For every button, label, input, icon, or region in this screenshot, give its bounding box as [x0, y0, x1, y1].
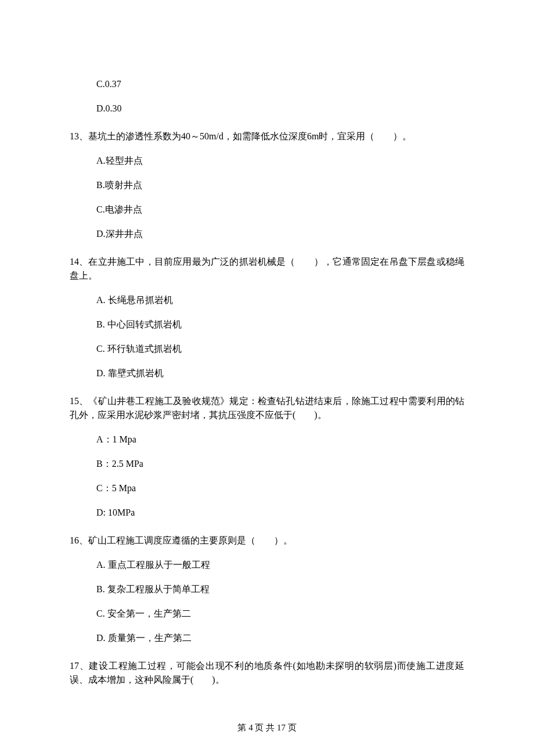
q17-stem: 17、建设工程施工过程，可能会出现不利的地质条件(如地勘未探明的软弱层)而使施工…: [70, 659, 464, 687]
q16-option-c: C. 安全第一，生产第二: [70, 607, 464, 621]
q14-stem: 14、在立井施工中，目前应用最为广泛的抓岩机械是（ ），它通常固定在吊盘下层盘或…: [70, 255, 464, 283]
page-container: C.0.37 D.0.30 13、基坑土的渗透性系数为40～50m/d，如需降低…: [0, 0, 534, 756]
q16-stem: 16、矿山工程施工调度应遵循的主要原则是（ ）。: [70, 534, 464, 548]
q13-option-b: B.喷射井点: [70, 178, 464, 192]
q14-option-b: B. 中心回转式抓岩机: [70, 318, 464, 332]
q16-option-a: A. 重点工程服从于一般工程: [70, 558, 464, 572]
q13-option-d: D.深井井点: [70, 227, 464, 241]
page-footer: 第 4 页 共 17 页: [0, 721, 534, 735]
q12-option-d: D.0.30: [70, 102, 464, 116]
q15-option-d: D: 10MPa: [70, 506, 464, 520]
q13-stem: 13、基坑土的渗透性系数为40～50m/d，如需降低水位深度6m时，宜采用（ ）…: [70, 129, 464, 143]
q16-option-b: B. 复杂工程服从于简单工程: [70, 582, 464, 596]
q15-option-a: A：1 Mpa: [70, 433, 464, 447]
q15-option-c: C：5 Mpa: [70, 481, 464, 495]
q15-option-b: B：2.5 MPa: [70, 457, 464, 471]
q13-option-a: A.轻型井点: [70, 154, 464, 168]
q12-option-c: C.0.37: [70, 77, 464, 91]
q14-option-a: A. 长绳悬吊抓岩机: [70, 293, 464, 307]
q15-stem: 15、《矿山井巷工程施工及验收规范》规定：检查钻孔钻进结束后，除施工过程中需要利…: [70, 394, 464, 422]
q16-option-d: D. 质量第一，生产第二: [70, 631, 464, 645]
q14-option-c: C. 环行轨道式抓岩机: [70, 342, 464, 356]
q14-option-d: D. 靠壁式抓岩机: [70, 366, 464, 380]
q13-option-c: C.电渗井点: [70, 203, 464, 217]
